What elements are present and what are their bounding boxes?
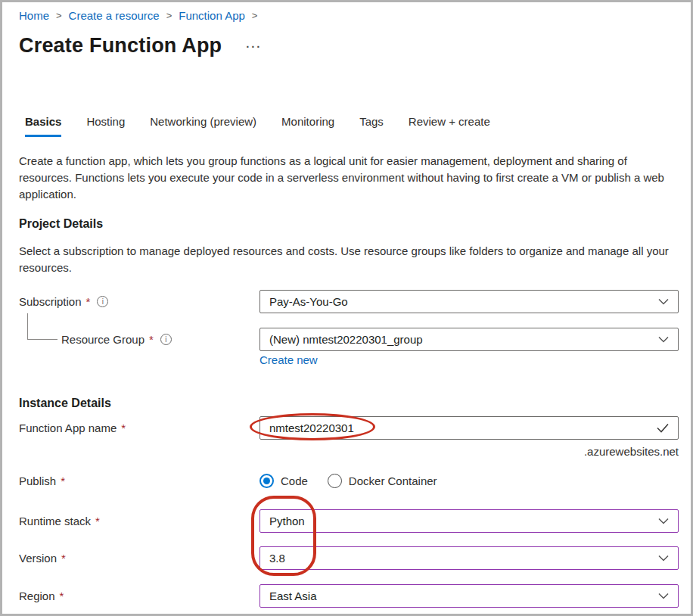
intro-text: Create a function app, which lets you gr…: [19, 153, 680, 203]
info-icon[interactable]: [160, 334, 172, 345]
publish-row: Publish * Code Docker Container: [19, 469, 679, 493]
publish-radio-group: Code Docker Container: [259, 469, 679, 493]
required-asterisk: *: [61, 474, 65, 487]
function-app-name-label-text: Function App name: [19, 422, 117, 434]
checkmark-icon: [657, 423, 669, 433]
required-asterisk: *: [149, 333, 154, 346]
create-function-app-page: Home > Create a resource > Function App …: [0, 0, 693, 616]
project-details-description: Select a subscription to manage deployed…: [19, 243, 685, 276]
resource-group-label-text: Resource Group: [61, 333, 145, 346]
region-label: Region *: [19, 584, 64, 608]
subscription-value: Pay-As-You-Go: [269, 295, 348, 308]
radio-option-code[interactable]: Code: [259, 474, 308, 488]
region-row: Region * East Asia: [19, 584, 679, 608]
version-row: Version * 3.8: [19, 546, 679, 570]
chevron-down-icon: [658, 555, 669, 562]
chevron-down-icon: [658, 298, 669, 305]
project-details-heading: Project Details: [19, 217, 103, 231]
resource-group-label: Resource Group *: [61, 328, 172, 351]
more-options-button[interactable]: ···: [246, 39, 262, 52]
region-dropdown[interactable]: East Asia: [259, 584, 679, 608]
version-value: 3.8: [269, 552, 285, 565]
tab-monitoring[interactable]: Monitoring: [281, 115, 334, 137]
page-title: Create Function App: [19, 34, 222, 58]
resource-group-row: Resource Group * (New) nmtest20220301_gr…: [19, 328, 679, 351]
required-asterisk: *: [86, 295, 91, 308]
info-icon[interactable]: [97, 296, 108, 307]
subscription-label: Subscription *: [19, 290, 108, 313]
tab-bar: Basics Hosting Networking (preview) Moni…: [25, 115, 490, 137]
required-asterisk: *: [60, 590, 64, 602]
runtime-stack-label-text: Runtime stack: [19, 515, 91, 527]
version-label: Version *: [19, 546, 66, 570]
tab-hosting[interactable]: Hosting: [86, 115, 125, 137]
tab-tags[interactable]: Tags: [359, 115, 384, 137]
create-new-resource-group-link[interactable]: Create new: [259, 353, 318, 366]
resource-group-value: (New) nmtest20220301_group: [269, 333, 423, 346]
tab-basics[interactable]: Basics: [25, 115, 61, 137]
region-label-text: Region: [19, 590, 55, 602]
radio-docker-label: Docker Container: [349, 474, 437, 487]
instance-details-heading: Instance Details: [19, 397, 111, 410]
breadcrumb-home-link[interactable]: Home: [19, 9, 49, 22]
function-app-name-value: nmtest20220301: [269, 422, 354, 434]
function-app-name-input[interactable]: nmtest20220301: [259, 416, 679, 440]
publish-label-text: Publish: [19, 474, 56, 487]
chevron-down-icon: [658, 336, 669, 343]
publish-label: Publish *: [19, 469, 65, 493]
required-asterisk: *: [121, 422, 126, 434]
breadcrumb-separator: >: [252, 10, 258, 21]
runtime-stack-row: Runtime stack * Python: [19, 509, 679, 533]
tab-review-create[interactable]: Review + create: [409, 115, 490, 137]
breadcrumb: Home > Create a resource > Function App …: [19, 9, 257, 22]
runtime-stack-dropdown[interactable]: Python: [259, 509, 679, 533]
resource-group-dropdown[interactable]: (New) nmtest20220301_group: [259, 328, 679, 351]
radio-unselected-icon: [328, 474, 342, 488]
radio-selected-icon: [259, 474, 274, 488]
tab-networking[interactable]: Networking (preview): [150, 115, 256, 137]
breadcrumb-separator: >: [56, 10, 62, 21]
azurewebsites-suffix: .azurewebsites.net: [259, 445, 679, 458]
runtime-stack-label: Runtime stack *: [19, 509, 100, 533]
subscription-row: Subscription * Pay-As-You-Go: [19, 290, 679, 313]
breadcrumb-create-a-resource-link[interactable]: Create a resource: [69, 9, 160, 22]
radio-option-docker-container[interactable]: Docker Container: [328, 474, 437, 488]
runtime-stack-value: Python: [269, 515, 305, 527]
function-app-name-label: Function App name *: [19, 416, 126, 440]
version-label-text: Version: [19, 552, 57, 565]
version-dropdown[interactable]: 3.8: [259, 546, 679, 570]
subscription-label-text: Subscription: [19, 295, 82, 308]
required-asterisk: *: [95, 515, 100, 527]
required-asterisk: *: [61, 552, 66, 565]
chevron-down-icon: [658, 593, 669, 599]
chevron-down-icon: [658, 518, 669, 524]
breadcrumb-separator: >: [166, 10, 172, 21]
breadcrumb-function-app-link[interactable]: Function App: [179, 9, 245, 22]
subscription-dropdown[interactable]: Pay-As-You-Go: [259, 290, 679, 313]
function-app-name-row: Function App name * nmtest20220301: [19, 416, 679, 440]
title-row: Create Function App ···: [19, 34, 262, 58]
radio-code-label: Code: [281, 474, 308, 487]
region-value: East Asia: [269, 590, 317, 602]
